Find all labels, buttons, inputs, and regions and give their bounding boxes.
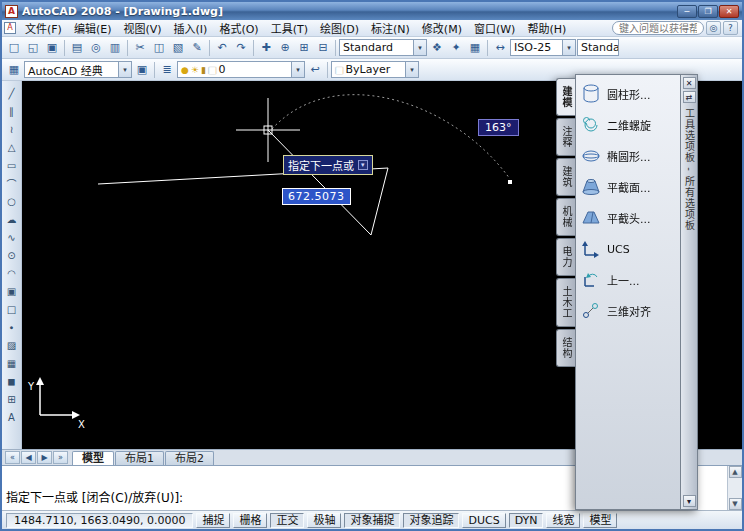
pan-icon[interactable]: ✚ (257, 39, 275, 57)
autohide-icon[interactable]: ⇄ (683, 91, 696, 103)
menu-help[interactable]: 帮助(H) (521, 19, 572, 37)
menu-modify[interactable]: 修改(M) (416, 19, 468, 37)
palette-tab-modeling[interactable]: 建模 (556, 78, 575, 116)
plot-preview-icon[interactable]: ◎ (87, 39, 105, 57)
arc-icon[interactable]: ⌒ (3, 174, 20, 192)
point-icon[interactable]: ∙ (3, 318, 20, 336)
cut-icon[interactable]: ✂ (131, 39, 149, 57)
tool-2d-helix[interactable]: 二维螺旋 (580, 114, 676, 136)
coordinate-display[interactable]: 1484.7110, 1663.0490, 0.0000 (6, 513, 193, 528)
palette-tab-annotation[interactable]: 注释 (556, 118, 575, 156)
minimize-button[interactable]: ─ (677, 5, 697, 18)
redo-icon[interactable]: ↷ (232, 39, 250, 57)
tool-elliptical[interactable]: 椭圆形... (580, 145, 676, 167)
region-icon[interactable]: ◼ (3, 372, 20, 390)
layer-previous-icon[interactable]: ↩ (306, 61, 324, 79)
chevron-down-icon[interactable]: ▾ (562, 40, 575, 55)
help-search-input[interactable] (612, 21, 704, 35)
plot-icon[interactable]: ▤ (68, 39, 86, 57)
menu-draw[interactable]: 绘图(D) (314, 19, 365, 37)
ellipse-arc-icon[interactable]: ◠ (3, 264, 20, 282)
color-combo[interactable]: ■ ByLayer ▾ (331, 61, 419, 78)
palette-tab-civil[interactable]: 土木工 (556, 278, 575, 327)
layer-properties-icon[interactable]: ≣ (158, 61, 176, 79)
dyn-distance-input[interactable]: 672.5073 (282, 188, 351, 205)
make-block-icon[interactable]: □ (3, 300, 20, 318)
ortho-toggle[interactable]: 正交 (270, 513, 304, 528)
chevron-down-icon[interactable]: ▾ (291, 62, 304, 77)
grid-toggle[interactable]: 栅格 (233, 513, 267, 528)
rectangle-icon[interactable]: ▭ (3, 156, 20, 174)
osnap-toggle[interactable]: 对象捕捉 (344, 513, 400, 528)
menu-dimension[interactable]: 标注(N) (365, 19, 416, 37)
help-icon[interactable]: ? (723, 21, 738, 35)
command-scrollbar[interactable]: ▲ ▼ (727, 466, 742, 510)
save-workspace-icon[interactable]: ▣ (133, 61, 151, 79)
tool-ucs[interactable]: UCS (580, 238, 676, 260)
line-icon[interactable]: ╱ (3, 84, 20, 102)
menu-edit[interactable]: 编辑(E) (68, 19, 118, 37)
table-icon[interactable]: ⊞ (3, 390, 20, 408)
close-icon[interactable]: ✕ (683, 77, 696, 89)
polyline-icon[interactable]: ≀ (3, 120, 20, 138)
construction-line-icon[interactable]: ∥ (3, 102, 20, 120)
circle-icon[interactable]: ○ (3, 192, 20, 210)
layer-combo[interactable]: ● ☀ ▮ ■ 0 ▾ (177, 61, 305, 78)
palette-tab-structural[interactable]: 结构 (556, 329, 575, 367)
markup-icon[interactable]: ✦ (447, 39, 465, 57)
scroll-down-icon[interactable]: ▾ (683, 495, 696, 507)
palette-tab-architecture[interactable]: 建筑 (556, 158, 575, 196)
menu-format[interactable]: 格式(O) (213, 19, 264, 37)
dimstyle-combo[interactable]: ISO-25 ▾ (510, 39, 576, 56)
zoom-previous-icon[interactable]: ⊟ (314, 39, 332, 57)
text-style-combo[interactable]: Standard ▾ (339, 39, 427, 56)
paste-icon[interactable]: ▧ (169, 39, 187, 57)
gradient-icon[interactable]: ▦ (3, 354, 20, 372)
command-prompt[interactable]: 指定下一点或 [闭合(C)/放弃(U)]: (6, 488, 183, 505)
chevron-down-icon[interactable]: ▾ (405, 62, 418, 77)
qnew-icon[interactable]: □ (5, 39, 23, 57)
matchprop-icon[interactable]: ✎ (188, 39, 206, 57)
table-style-combo[interactable]: Standard (577, 39, 619, 56)
restore-button[interactable]: ❐ (698, 5, 718, 18)
model-toggle[interactable]: 模型 (583, 513, 617, 528)
tab-layout1[interactable]: 布局1 (115, 451, 164, 465)
spline-icon[interactable]: ∿ (3, 228, 20, 246)
palette-tab-mechanical[interactable]: 机械 (556, 198, 575, 236)
dimstyle-icon[interactable]: ↔ (491, 39, 509, 57)
polar-toggle[interactable]: 极轴 (307, 513, 341, 528)
ellipse-icon[interactable]: ⊙ (3, 246, 20, 264)
prev-tab-icon[interactable]: ◀ (21, 451, 36, 464)
publish-icon[interactable]: ▥ (106, 39, 124, 57)
next-tab-icon[interactable]: ▶ (37, 451, 52, 464)
tab-layout2[interactable]: 布局2 (165, 451, 214, 465)
otrack-toggle[interactable]: 对象追踪 (403, 513, 459, 528)
ducs-toggle[interactable]: DUCS (462, 513, 505, 528)
menu-insert[interactable]: 插入(I) (168, 19, 214, 37)
menu-file[interactable]: 文件(F) (19, 19, 68, 37)
last-tab-icon[interactable]: » (53, 451, 68, 464)
tool-3d-align[interactable]: 三维对齐 (580, 300, 676, 322)
palette-tab-electrical[interactable]: 电力 (556, 238, 575, 276)
first-tab-icon[interactable]: « (5, 451, 20, 464)
scroll-down-icon[interactable]: ▼ (729, 498, 742, 510)
zoom-realtime-icon[interactable]: ⊕ (276, 39, 294, 57)
quickcalc-icon[interactable]: ▦ (466, 39, 484, 57)
scroll-up-icon[interactable]: ▲ (729, 466, 742, 478)
revcloud-icon[interactable]: ☁ (3, 210, 20, 228)
undo-icon[interactable]: ↶ (213, 39, 231, 57)
tool-frustum-cone[interactable]: 平截面... (580, 176, 676, 198)
chevron-down-icon[interactable]: ▾ (413, 40, 426, 55)
copy-icon[interactable]: ◫ (150, 39, 168, 57)
dyn-toggle[interactable]: DYN (509, 513, 544, 528)
workspace-icon[interactable]: ▦ (5, 61, 23, 79)
tool-ucs-previous[interactable]: 上一... (580, 269, 676, 291)
tool-frustum-pyramid[interactable]: 平截头... (580, 207, 676, 229)
tool-cylinder[interactable]: 圆柱形... (580, 83, 676, 105)
menu-window[interactable]: 窗口(W) (468, 19, 521, 37)
chevron-down-icon[interactable]: ▾ (118, 62, 131, 77)
hatch-icon[interactable]: ▨ (3, 336, 20, 354)
workspace-combo[interactable]: AutoCAD 经典 ▾ (24, 61, 132, 78)
close-button[interactable]: ✕ (719, 5, 739, 18)
menu-view[interactable]: 视图(V) (117, 19, 167, 37)
